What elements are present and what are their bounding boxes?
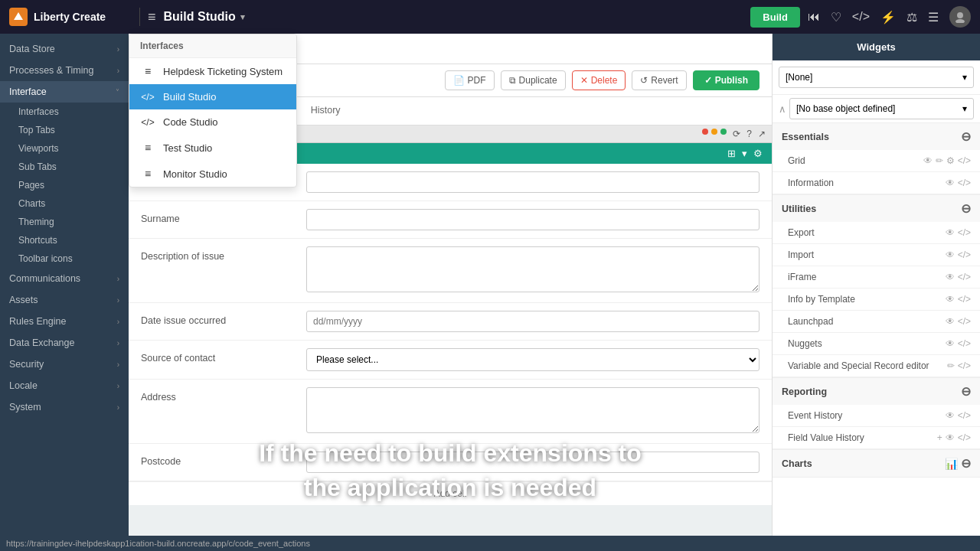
utilities-header[interactable]: Utilities ⊖: [773, 195, 980, 222]
grid-view-icon[interactable]: ⊞: [727, 148, 736, 159]
lightning-icon[interactable]: ⚡: [880, 10, 896, 24]
launchpad-eye-icon[interactable]: 👁: [946, 316, 955, 327]
settings-icon[interactable]: ⚙: [753, 148, 763, 159]
dropdown-item-monitor-studio[interactable]: ≡ Monitor Studio: [129, 161, 296, 187]
sidebar-item-locale[interactable]: Locale ›: [0, 375, 129, 396]
widget-field-value-history: Field Value History + 👁 </>: [773, 427, 980, 449]
heart-icon[interactable]: ♡: [831, 10, 841, 24]
fvh-eye-icon[interactable]: 👁: [946, 432, 955, 443]
refresh-icon[interactable]: ⟳: [733, 129, 740, 139]
dropdown-item-build-studio[interactable]: </> Build Studio: [129, 84, 296, 109]
add-cell-bar[interactable]: Add cell: [129, 481, 772, 505]
studio-title[interactable]: Build Studio ▾: [164, 10, 245, 24]
ibt-code-icon[interactable]: </>: [958, 294, 971, 305]
menu-icon[interactable]: ≡: [148, 9, 156, 25]
import-code-icon[interactable]: </>: [958, 249, 971, 260]
pdf-button[interactable]: 📄 PDF: [445, 70, 495, 90]
sidebar-item-processes[interactable]: Processes & Timing ›: [0, 60, 129, 81]
date-input[interactable]: [306, 311, 760, 332]
sidebar-item-interfaces[interactable]: Interfaces: [9, 103, 129, 121]
nuggets-eye-icon[interactable]: 👁: [946, 338, 955, 349]
sidebar-item-sub-tabs[interactable]: Sub Tabs: [9, 158, 129, 176]
sidebar-item-data-store[interactable]: Data Store ›: [0, 38, 129, 60]
scale-icon[interactable]: ⚖: [906, 10, 917, 24]
sidebar-section-main: Data Store › Processes & Timing › Interf…: [0, 34, 129, 422]
import-eye-icon[interactable]: 👁: [946, 249, 955, 260]
widget-ibt-actions: 👁 </>: [946, 294, 971, 305]
code-icon[interactable]: </>: [852, 10, 870, 24]
build-button[interactable]: Build: [750, 7, 800, 28]
grid-eye-icon[interactable]: 👁: [923, 155, 933, 166]
base-object-select[interactable]: [No base object defined] ▾: [789, 98, 974, 119]
sidebar-item-interface[interactable]: Interface ˅: [0, 81, 129, 103]
info-code-icon[interactable]: </>: [958, 178, 971, 188]
fvh-code-icon[interactable]: </>: [958, 432, 971, 443]
none-select[interactable]: [None] ▾: [779, 67, 974, 88]
sidebar-item-top-tabs[interactable]: Top Tabs: [9, 121, 129, 139]
var-code-icon[interactable]: </>: [958, 360, 971, 371]
sidebar-item-rules-engine[interactable]: Rules Engine ›: [0, 311, 129, 332]
share-icon[interactable]: ↗: [758, 129, 766, 139]
duplicate-button[interactable]: ⧉ Duplicate: [501, 70, 566, 90]
list-icon[interactable]: ☰: [928, 10, 939, 24]
sidebar-item-charts[interactable]: Charts: [9, 194, 129, 213]
list-view-icon[interactable]: ▾: [742, 148, 747, 159]
eh-code-icon[interactable]: </>: [958, 410, 971, 421]
export-code-icon[interactable]: </>: [958, 227, 971, 238]
sidebar-item-shortcuts[interactable]: Shortcuts: [9, 231, 129, 249]
tab-history[interactable]: History: [300, 97, 351, 125]
sidebar-item-security[interactable]: Security ›: [0, 354, 129, 375]
surname-input[interactable]: [306, 209, 760, 230]
publish-button[interactable]: ✓ Publish: [693, 70, 760, 90]
launchpad-code-icon[interactable]: </>: [958, 316, 971, 327]
reporting-header[interactable]: Reporting ⊖: [773, 378, 980, 405]
charts-toggle-icon[interactable]: ⊖: [961, 456, 971, 471]
address-textarea[interactable]: [306, 387, 760, 433]
collapse-icon[interactable]: ∧: [779, 103, 786, 115]
sidebar-item-system[interactable]: System ›: [0, 396, 129, 418]
dropdown-item-test-studio[interactable]: ≡ Test Studio: [129, 135, 296, 161]
sidebar-item-assets[interactable]: Assets ›: [0, 289, 129, 311]
form-row-postcode: Postcode: [129, 444, 772, 481]
skip-back-icon[interactable]: ⏮: [808, 10, 820, 24]
postcode-input[interactable]: [306, 452, 760, 473]
iframe-code-icon[interactable]: </>: [958, 272, 971, 282]
info-eye-icon[interactable]: 👁: [946, 178, 955, 188]
iframe-eye-icon[interactable]: 👁: [946, 272, 955, 282]
delete-button[interactable]: ✕ Delete: [572, 70, 626, 90]
revert-button[interactable]: ↺ Revert: [632, 70, 686, 90]
first-name-input[interactable]: [306, 171, 760, 193]
ibt-eye-icon[interactable]: 👁: [946, 294, 955, 305]
sidebar-item-communications[interactable]: Communications ›: [0, 268, 129, 289]
form-field-address: [306, 387, 760, 435]
right-panel-title: Widgets: [857, 41, 895, 53]
user-avatar[interactable]: [949, 6, 971, 28]
eh-eye-icon[interactable]: 👁: [946, 410, 955, 421]
sidebar-item-theming[interactable]: Theming: [9, 213, 129, 231]
dropdown-header: Interfaces: [129, 34, 296, 58]
sidebar-item-pages[interactable]: Pages: [9, 176, 129, 194]
description-textarea[interactable]: [306, 246, 760, 292]
grid-settings-icon[interactable]: ⚙: [946, 155, 955, 166]
help-icon[interactable]: ?: [746, 129, 752, 139]
essentials-header[interactable]: Essentials ⊖: [773, 123, 980, 150]
utilities-toggle-icon[interactable]: ⊖: [961, 201, 971, 216]
charts-header[interactable]: Charts 📊 ⊖: [773, 450, 980, 477]
svg-marker-0: [14, 12, 23, 20]
dropdown-item-code-studio[interactable]: </> Code Studio: [129, 109, 296, 135]
reporting-toggle-icon[interactable]: ⊖: [961, 384, 971, 399]
var-edit-icon[interactable]: ✏: [947, 360, 955, 371]
essentials-toggle-icon[interactable]: ⊖: [961, 129, 971, 144]
dropdown-item-helpdesk[interactable]: ≡ Helpdesk Ticketing System: [129, 58, 296, 84]
sidebar-item-viewports[interactable]: Viewports: [9, 139, 129, 158]
fvh-add-icon[interactable]: +: [937, 432, 942, 443]
grid-code-icon[interactable]: </>: [958, 155, 971, 166]
revert-icon: ↺: [640, 75, 648, 86]
nuggets-code-icon[interactable]: </>: [958, 338, 971, 349]
sidebar-item-data-exchange[interactable]: Data Exchange ›: [0, 332, 129, 354]
grid-edit-icon[interactable]: ✏: [936, 155, 943, 166]
app-logo[interactable]: Liberty Create: [9, 8, 132, 26]
sidebar-item-toolbar-icons[interactable]: Toolbar icons: [9, 249, 129, 268]
source-select[interactable]: Please select...: [306, 348, 760, 371]
export-eye-icon[interactable]: 👁: [946, 227, 955, 238]
